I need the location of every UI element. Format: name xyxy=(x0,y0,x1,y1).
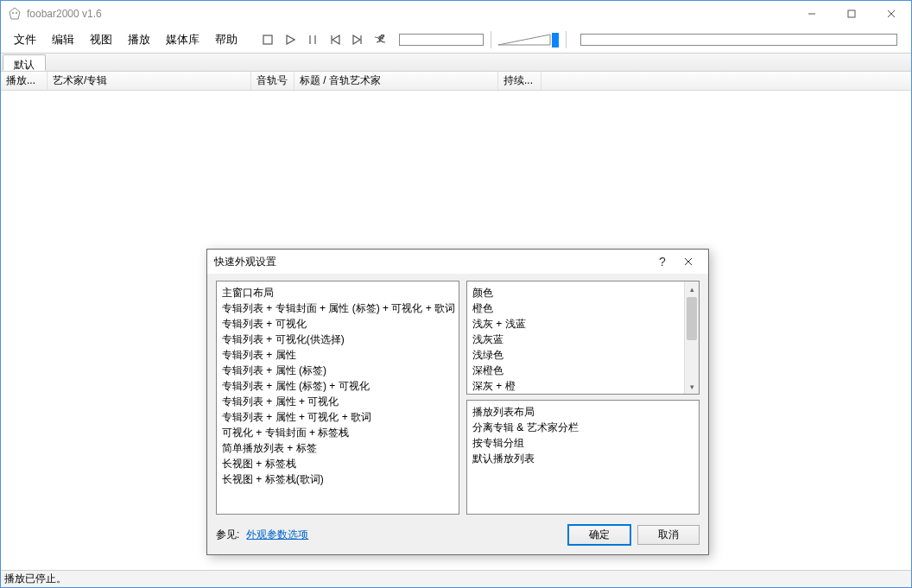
playlist-layout-panel[interactable]: 播放列表布局 分离专辑 & 艺术家分栏 按专辑分组 默认播放列表 xyxy=(466,400,700,515)
playlist-layout-option[interactable]: 按专辑分组 xyxy=(472,435,694,451)
menu-help[interactable]: 帮助 xyxy=(207,28,245,51)
scroll-up-icon[interactable]: ▴ xyxy=(685,281,700,296)
dialog-help-button[interactable]: ? xyxy=(649,250,675,274)
status-text: 播放已停止。 xyxy=(4,572,66,586)
dialog-close-button[interactable] xyxy=(675,250,701,274)
scroll-down-icon[interactable]: ▾ xyxy=(685,379,700,394)
color-option[interactable]: 橙色 xyxy=(472,300,694,316)
svg-marker-12 xyxy=(353,35,360,44)
seek-bar[interactable] xyxy=(399,34,484,46)
play-icon[interactable] xyxy=(283,33,297,47)
col-title-artist[interactable]: 标题 / 音轨艺术家 xyxy=(294,72,498,90)
dialog-titlebar: 快速外观设置 ? xyxy=(207,250,708,274)
scroll-thumb[interactable] xyxy=(687,297,697,340)
menu-library[interactable]: 媒体库 xyxy=(158,28,207,51)
svg-marker-11 xyxy=(332,35,339,44)
volume-thumb[interactable] xyxy=(552,33,559,47)
svg-rect-3 xyxy=(848,10,855,17)
playlist-layout-option[interactable]: 默认播放列表 xyxy=(472,451,694,466)
random-icon[interactable]: ? xyxy=(373,33,387,47)
appearance-options-link[interactable]: 外观参数选项 xyxy=(246,528,308,542)
menu-edit[interactable]: 编辑 xyxy=(44,28,82,51)
color-list-header: 颜色 xyxy=(472,285,694,300)
menubar: 文件 编辑 视图 播放 媒体库 帮助 ? xyxy=(1,27,911,53)
layout-option[interactable]: 可视化 + 专辑封面 + 标签栈 xyxy=(222,425,453,440)
layout-option[interactable]: 专辑列表 + 属性 (标签) + 可视化 xyxy=(222,378,453,394)
svg-text:?: ? xyxy=(381,35,384,40)
col-artist-album[interactable]: 艺术家/专辑 xyxy=(48,72,251,90)
maximize-button[interactable] xyxy=(832,1,871,27)
color-scrollbar[interactable]: ▴ ▾ xyxy=(684,281,699,394)
layout-option[interactable]: 长视图 + 标签栈 xyxy=(222,456,453,471)
dialog-title: 快速外观设置 xyxy=(214,255,276,269)
tab-default[interactable]: 默认 xyxy=(3,54,46,71)
cancel-button[interactable]: 取消 xyxy=(637,525,700,545)
progress-bar[interactable] xyxy=(580,34,897,46)
window-title: foobar2000 v1.6 xyxy=(27,8,102,20)
menu-playback[interactable]: 播放 xyxy=(120,28,158,51)
volume-slider[interactable] xyxy=(498,31,559,48)
playlist-content: 快速外观设置 ? 主窗口布局 专辑列表 + 专辑封面 + 属性 (标签) + 可… xyxy=(1,91,911,570)
svg-marker-16 xyxy=(498,35,550,45)
app-icon xyxy=(8,7,22,21)
layout-option[interactable]: 专辑列表 + 可视化(供选择) xyxy=(222,332,453,347)
close-button[interactable] xyxy=(871,1,911,27)
titlebar: foobar2000 v1.6 xyxy=(1,1,911,27)
dialog-body: 主窗口布局 专辑列表 + 专辑封面 + 属性 (标签) + 可视化 + 歌词 专… xyxy=(207,274,708,554)
layout-option[interactable]: 专辑列表 + 属性 + 可视化 + 歌词 xyxy=(222,409,453,425)
playlist-layout-header: 播放列表布局 xyxy=(472,404,694,420)
toolbar-divider xyxy=(491,31,491,48)
status-bar: 播放已停止。 xyxy=(1,570,911,587)
svg-point-1 xyxy=(16,12,17,14)
minimize-button[interactable] xyxy=(792,1,832,27)
dialog-footer: 参见: 外观参数选项 确定 取消 xyxy=(216,522,700,547)
quick-appearance-dialog: 快速外观设置 ? 主窗口布局 专辑列表 + 专辑封面 + 属性 (标签) + 可… xyxy=(206,249,709,555)
menu-view[interactable]: 视图 xyxy=(82,28,120,51)
menu-file[interactable]: 文件 xyxy=(6,28,44,51)
layout-option[interactable]: 专辑列表 + 专辑封面 + 属性 (标签) + 可视化 + 歌词 xyxy=(222,300,453,316)
layout-option[interactable]: 专辑列表 + 属性 xyxy=(222,347,453,363)
column-headers: 播放... 艺术家/专辑 音轨号 标题 / 音轨艺术家 持续... xyxy=(1,72,911,91)
next-icon[interactable] xyxy=(351,33,364,47)
svg-marker-7 xyxy=(287,35,294,44)
layout-option[interactable]: 专辑列表 + 属性 + 可视化 xyxy=(222,394,453,409)
footer-see-label: 参见: xyxy=(216,528,239,542)
app-window: foobar2000 v1.6 文件 编辑 视图 播放 媒体库 帮助 ? 默认 xyxy=(0,0,912,588)
layout-option[interactable]: 简单播放列表 + 标签 xyxy=(222,440,453,456)
layout-list-header: 主窗口布局 xyxy=(222,285,453,300)
playback-toolbar: ? xyxy=(261,33,387,47)
color-list-panel[interactable]: 颜色 橙色 浅灰 + 浅蓝 浅灰蓝 浅绿色 深橙色 深灰 + 橙 ▴ ▾ xyxy=(466,281,700,395)
layout-list-panel[interactable]: 主窗口布局 专辑列表 + 专辑封面 + 属性 (标签) + 可视化 + 歌词 专… xyxy=(216,281,459,515)
color-option[interactable]: 浅灰蓝 xyxy=(472,332,694,347)
ok-button[interactable]: 确定 xyxy=(568,525,630,545)
col-spacer xyxy=(542,72,911,90)
color-option[interactable]: 浅绿色 xyxy=(472,347,694,363)
layout-option[interactable]: 专辑列表 + 可视化 xyxy=(222,316,453,332)
layout-option[interactable]: 长视图 + 标签栈(歌词) xyxy=(222,471,453,487)
col-trackno[interactable]: 音轨号 xyxy=(251,72,294,90)
playlist-tabs: 默认 xyxy=(1,53,911,72)
color-option[interactable]: 深灰 + 橙 xyxy=(472,378,694,394)
col-duration[interactable]: 持续... xyxy=(498,72,542,90)
svg-point-0 xyxy=(12,12,14,14)
layout-option[interactable]: 专辑列表 + 属性 (标签) xyxy=(222,363,453,378)
pause-icon[interactable] xyxy=(306,33,320,47)
playlist-layout-option[interactable]: 分离专辑 & 艺术家分栏 xyxy=(472,420,694,435)
prev-icon[interactable] xyxy=(328,33,342,47)
stop-icon[interactable] xyxy=(261,33,275,47)
color-option[interactable]: 深橙色 xyxy=(472,363,694,378)
toolbar-divider-2 xyxy=(566,31,567,48)
svg-rect-6 xyxy=(263,35,272,44)
col-playing[interactable]: 播放... xyxy=(1,72,48,90)
color-option[interactable]: 浅灰 + 浅蓝 xyxy=(472,316,694,332)
